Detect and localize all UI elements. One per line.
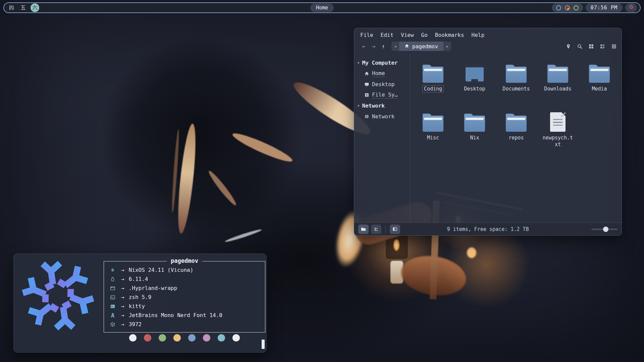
toggle-side-pane-button[interactable] [390, 225, 400, 234]
top-bar-right: 07:56 PM [552, 3, 637, 12]
file-item-label: Coding [422, 85, 444, 93]
sidebar-row-label: Home [372, 70, 385, 77]
menu-item[interactable]: Bookmarks [435, 32, 464, 38]
tux-kernel-icon [109, 277, 117, 282]
file-item-label: Media [590, 85, 608, 93]
power-button[interactable] [625, 3, 637, 12]
palette-dot [173, 334, 181, 342]
file-manager-window: FileEditViewGoBookmarksHelp ← → ↑ ◂ page… [354, 28, 622, 236]
back-button[interactable]: ← [359, 43, 369, 50]
fetch-value: kitty [129, 303, 145, 309]
menu-item[interactable]: View [401, 32, 414, 38]
active-window-pill: Home [310, 3, 334, 12]
file-item[interactable]: Desktop [454, 61, 495, 110]
menu-item[interactable]: Edit [381, 32, 394, 38]
file-item[interactable]: repos [495, 110, 537, 159]
file-item-label: Misc [425, 134, 441, 141]
fastfetch-rows: ❄ → NixOS 24.11 (Vicuna) [109, 265, 260, 329]
packages-cube-icon [109, 322, 117, 327]
compact-view-icon[interactable] [611, 44, 617, 49]
workspace-item[interactable]: 六 [31, 3, 39, 12]
forward-button[interactable]: → [369, 43, 378, 50]
fetch-value: NixOS 24.11 (Vicuna) [129, 267, 194, 273]
menu-item[interactable]: Help [472, 32, 485, 38]
file-item[interactable]: newpsych.txt [537, 110, 579, 159]
breadcrumb-next-button[interactable]: ▸ [443, 42, 451, 51]
breadcrumb-prev-button[interactable]: ◂ [391, 42, 399, 51]
window-manager-icon [109, 286, 117, 291]
location-pin-icon[interactable] [566, 44, 571, 49]
breadcrumb-current[interactable]: pagedmov [399, 42, 443, 51]
sidebar-row[interactable]: ▾ Network [354, 100, 410, 111]
power-icon [629, 4, 634, 11]
search-icon[interactable] [577, 44, 583, 49]
workspace-label: 六 [33, 5, 38, 11]
network-globe-icon [364, 114, 369, 119]
up-button[interactable]: ↑ [378, 43, 388, 50]
menu-item[interactable]: File [360, 32, 373, 38]
workspace-item[interactable]: 五 [19, 3, 28, 12]
zoom-slider-handle[interactable] [603, 227, 608, 232]
indicator-ring-icon[interactable] [556, 5, 561, 10]
file-item[interactable]: Documents [495, 61, 537, 110]
workspace-label: 五 [21, 5, 26, 11]
menu-item[interactable]: Go [421, 32, 428, 38]
expander-icon[interactable]: ▾ [358, 104, 360, 108]
sidebar-row-label: Desktop [372, 81, 394, 87]
show-files-button[interactable] [358, 225, 369, 234]
home-icon [364, 71, 369, 76]
sidebar-row[interactable]: Home [354, 68, 410, 79]
fetch-row: → .Hyprland-wrapp [109, 284, 260, 293]
file-item[interactable]: Downloads [537, 61, 579, 110]
file-item[interactable]: Nix [454, 110, 495, 159]
arrow-icon: → [121, 276, 124, 282]
terminal-scroll-indicator[interactable] [262, 340, 265, 349]
nixos-logo [20, 257, 96, 334]
list-view-icon[interactable] [600, 44, 605, 49]
filesystem-icon [364, 93, 369, 98]
file-item-label: newpsych.txt [540, 134, 576, 148]
desktop-folder-icon [465, 65, 484, 83]
folder-icon [423, 114, 443, 132]
places-sidebar: ▾ My Computer Home [354, 54, 410, 223]
status-bar: 9 items, Free space: 1.2 TB [354, 223, 622, 235]
workspace-switcher: 四五六 [7, 3, 39, 12]
menu-bar: FileEditViewGoBookmarksHelp [354, 28, 622, 40]
sidebar-row-label: Network [362, 103, 385, 109]
sidebar-row[interactable]: Desktop [354, 79, 410, 89]
file-manager-body: ▾ My Computer Home [354, 54, 622, 223]
file-item[interactable]: Media [579, 61, 620, 110]
workspace-item[interactable]: 四 [7, 3, 16, 12]
indicator-ring-icon[interactable] [565, 5, 570, 10]
fetch-row: → 3972 [109, 320, 260, 329]
nix-snowflake-icon: ❄ [109, 267, 117, 273]
fetch-row: A → JetBrains Mono Nerd Font 14.0 [109, 311, 260, 320]
font-icon: A [109, 312, 117, 319]
file-item[interactable]: Misc [412, 110, 454, 159]
sidebar-row[interactable]: Network [354, 111, 410, 122]
sidebar-row[interactable]: File Sy… [354, 89, 410, 100]
file-item[interactable]: Coding [412, 61, 454, 110]
icon-view-icon[interactable] [588, 44, 594, 49]
sidebar-row[interactable]: ▾ My Computer [354, 57, 410, 68]
fetch-row: ❄ → NixOS 24.11 (Vicuna) [109, 265, 260, 275]
arrow-icon: → [121, 267, 124, 273]
fetch-value: JetBrains Mono Nerd Font 14.0 [129, 312, 222, 318]
folder-icon [464, 114, 485, 132]
folder-icon [589, 65, 610, 83]
top-bar: 四五六 Home 07:56 PM [3, 2, 641, 13]
fetch-value: 3972 [129, 321, 142, 327]
desktop-icon [364, 82, 369, 87]
terminal-emulator-icon [109, 304, 117, 309]
fetch-row: → zsh 5.9 [109, 293, 260, 302]
show-tree-button[interactable] [371, 225, 381, 234]
arrow-icon: → [121, 303, 124, 309]
clock[interactable]: 07:56 PM [586, 5, 623, 11]
fastfetch-box: pagedmov ❄ → NixOS 24.11 (Vicuna) [104, 261, 265, 333]
shell-icon [109, 295, 117, 300]
expander-icon[interactable]: ▾ [358, 61, 360, 65]
indicator-ring-icon[interactable] [574, 5, 579, 10]
fastfetch-title: pagedmov [167, 257, 202, 264]
zoom-slider[interactable] [591, 227, 618, 232]
workspace-label: 四 [9, 5, 14, 11]
